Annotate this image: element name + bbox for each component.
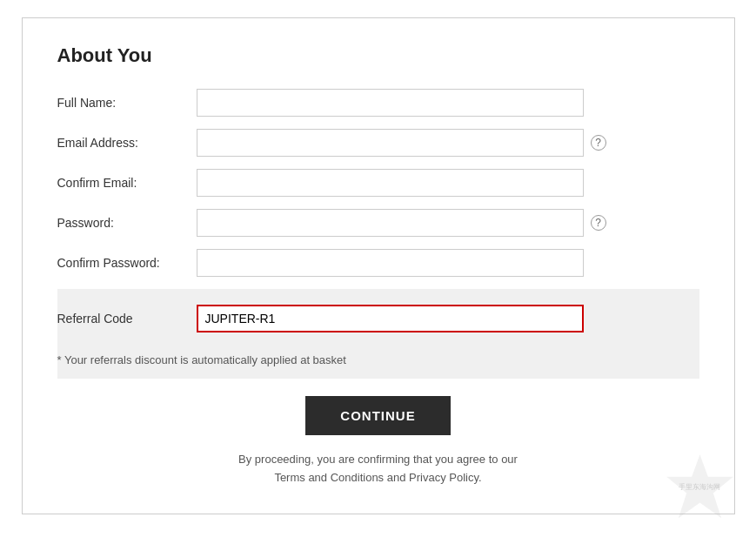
page-wrapper: About You Full Name: Email Address: ? Co… (0, 0, 756, 544)
confirm-email-row: Confirm Email: (57, 169, 699, 197)
email-help-icon[interactable]: ? (591, 135, 606, 151)
section-title: About You (57, 44, 699, 67)
referral-section: Referral Code * Your referrals discount … (57, 289, 699, 379)
confirm-password-label: Confirm Password: (57, 256, 197, 270)
confirm-email-input[interactable] (197, 169, 584, 197)
full-name-row: Full Name: (57, 89, 699, 117)
email-address-input-wrapper: ? (197, 129, 699, 157)
confirm-password-row: Confirm Password: (57, 249, 699, 277)
terms-text: By proceeding, you are confirming that y… (238, 451, 518, 487)
full-name-input-wrapper (197, 89, 699, 117)
password-help-icon[interactable]: ? (591, 215, 606, 231)
password-input-wrapper: ? (197, 209, 699, 237)
referral-input-wrapper (197, 305, 682, 332)
confirm-password-input-wrapper (197, 249, 699, 277)
confirm-password-input[interactable] (197, 249, 584, 277)
form-container: About You Full Name: Email Address: ? Co… (22, 17, 735, 514)
form-fields: Full Name: Email Address: ? Confirm Emai… (57, 89, 699, 277)
referral-row: Referral Code (57, 305, 682, 341)
referral-code-input[interactable] (197, 305, 584, 332)
email-address-input[interactable] (197, 129, 584, 157)
password-input[interactable] (197, 209, 584, 237)
confirm-email-label: Confirm Email: (57, 176, 197, 190)
continue-button[interactable]: CONTINUE (305, 396, 450, 435)
password-row: Password: ? (57, 209, 699, 237)
password-label: Password: (57, 216, 197, 230)
referral-label: Referral Code (57, 312, 197, 326)
email-address-row: Email Address: ? (57, 129, 699, 157)
confirm-email-input-wrapper (197, 169, 699, 197)
terms-line2: Terms and Conditions and Privacy Policy. (274, 471, 481, 484)
continue-section: CONTINUE By proceeding, you are confirmi… (57, 396, 699, 487)
full-name-label: Full Name: (57, 96, 197, 110)
terms-line1: By proceeding, you are confirming that y… (238, 453, 518, 466)
full-name-input[interactable] (197, 89, 584, 117)
referral-note: * Your referrals discount is automatical… (57, 353, 682, 366)
email-address-label: Email Address: (57, 136, 197, 150)
